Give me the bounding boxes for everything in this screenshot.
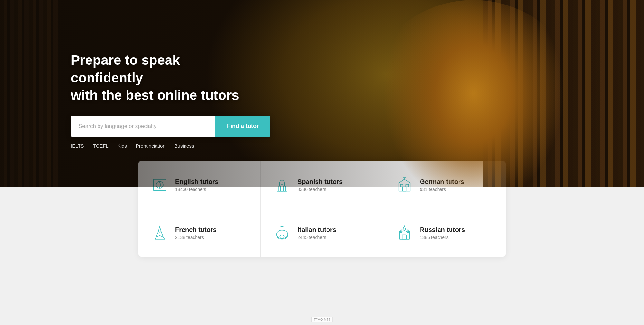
tutor-name-italian: Italian tutors bbox=[298, 226, 370, 234]
hero-title: Prepare to speak confidently with the be… bbox=[71, 52, 251, 104]
quick-link-ielts[interactable]: IELTS bbox=[71, 143, 84, 148]
quick-link-kids[interactable]: Kids bbox=[118, 143, 127, 148]
tutor-name-russian: Russian tutors bbox=[420, 226, 493, 234]
colosseum-icon bbox=[274, 225, 290, 241]
tower-icon bbox=[151, 225, 168, 241]
tutor-card-italian[interactable]: Italian tutors 2445 teachers bbox=[261, 209, 383, 257]
hero-content: Prepare to speak confidently with the be… bbox=[0, 0, 644, 148]
watermark: FTMO MT4 bbox=[311, 317, 332, 322]
tutor-count-german: 931 teachers bbox=[420, 187, 493, 192]
svg-rect-7 bbox=[403, 187, 406, 191]
svg-rect-19 bbox=[280, 235, 284, 239]
tutor-card-french[interactable]: French tutors 2138 teachers bbox=[138, 209, 261, 257]
tutor-info-italian: Italian tutors 2445 teachers bbox=[298, 226, 370, 240]
tutors-section: English tutors 18430 teachers Spanish tu… bbox=[0, 187, 644, 325]
tutor-info-french: French tutors 2138 teachers bbox=[175, 226, 248, 240]
quick-links: IELTSTOEFLKidsPronunciationBusiness bbox=[71, 143, 644, 148]
tutor-name-french: French tutors bbox=[175, 226, 248, 234]
tutor-count-russian: 1385 teachers bbox=[420, 235, 493, 240]
hero-section: Prepare to speak confidently with the be… bbox=[0, 0, 644, 187]
svg-rect-5 bbox=[283, 186, 286, 191]
quick-link-business[interactable]: Business bbox=[175, 143, 194, 148]
tutor-info-russian: Russian tutors 1385 teachers bbox=[420, 226, 493, 240]
quick-link-toefl[interactable]: TOEFL bbox=[93, 143, 109, 148]
search-input[interactable] bbox=[71, 116, 215, 137]
search-bar: Find a tutor bbox=[71, 116, 270, 137]
tutor-count-english: 18430 teachers bbox=[175, 187, 248, 192]
kremlin-icon bbox=[396, 225, 413, 241]
quick-link-pronunciation[interactable]: Pronunciation bbox=[136, 143, 166, 148]
find-tutor-button[interactable]: Find a tutor bbox=[215, 116, 270, 137]
svg-rect-3 bbox=[279, 186, 281, 191]
tutor-count-italian: 2445 teachers bbox=[298, 235, 370, 240]
tutor-count-french: 2138 teachers bbox=[175, 235, 248, 240]
svg-rect-21 bbox=[402, 235, 407, 239]
tutor-card-russian[interactable]: Russian tutors 1385 teachers bbox=[383, 209, 506, 257]
tutor-count-spanish: 8386 teachers bbox=[298, 187, 370, 192]
